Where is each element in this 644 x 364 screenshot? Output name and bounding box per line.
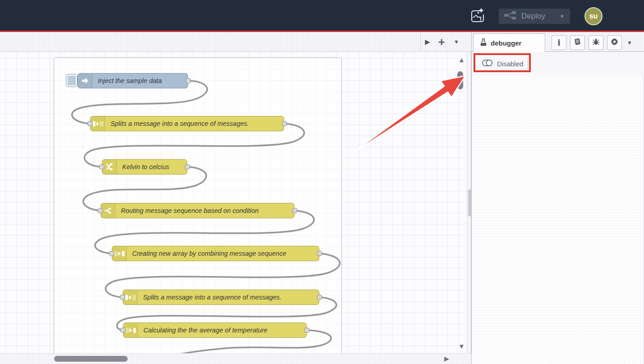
inject-icon bbox=[78, 74, 92, 88]
node-label: Splits a message into a sequence of mess… bbox=[138, 290, 286, 304]
flow-node-split[interactable]: Splits a message into a sequence of mess… bbox=[90, 116, 284, 131]
node-label: Splits a message into a sequence of mess… bbox=[105, 116, 253, 131]
bug-icon bbox=[592, 38, 600, 47]
change-icon bbox=[102, 160, 117, 174]
sidebar-chevron-down-icon[interactable]: ▼ bbox=[627, 40, 632, 46]
info-icon: i bbox=[557, 38, 561, 47]
deploy-button-label: Deploy bbox=[521, 12, 545, 21]
disabled-toggle-button[interactable]: Disabled bbox=[478, 56, 528, 71]
flow-wires bbox=[0, 52, 467, 353]
node-label: Inject the sample data bbox=[92, 74, 166, 88]
horizontal-scrollbar-thumb[interactable] bbox=[54, 356, 128, 362]
output-port[interactable] bbox=[292, 208, 297, 213]
input-port[interactable] bbox=[120, 295, 125, 300]
tabbar-separator bbox=[420, 32, 421, 52]
vertical-scrollbar-thumb[interactable] bbox=[468, 189, 471, 217]
ai-assist-icon[interactable] bbox=[469, 0, 487, 31]
help-button[interactable] bbox=[570, 35, 585, 50]
canvas-horizontal-scrollbar[interactable]: ▶ bbox=[0, 353, 471, 364]
info-button[interactable]: i bbox=[552, 35, 566, 50]
output-port[interactable] bbox=[186, 78, 191, 83]
disabled-toggle-label: Disabled bbox=[497, 60, 523, 68]
header-accent-line bbox=[0, 31, 644, 32]
settings-button[interactable] bbox=[607, 35, 622, 50]
input-port[interactable] bbox=[98, 208, 103, 213]
flow-node-split[interactable]: Splits a message into a sequence of mess… bbox=[123, 290, 319, 305]
join-icon bbox=[112, 246, 127, 261]
output-port[interactable] bbox=[185, 165, 190, 170]
flow-node-inject[interactable]: Inject the sample data bbox=[78, 73, 188, 88]
node-label: Kelvin to celcius bbox=[117, 160, 174, 174]
output-port[interactable] bbox=[317, 251, 322, 256]
node-label: Routing message sequence based on condit… bbox=[115, 203, 263, 218]
tab-scroll-right-icon[interactable]: ▶ bbox=[421, 32, 434, 52]
tab-debugger[interactable]: debugger bbox=[473, 33, 545, 52]
flow-node-join[interactable]: Calculating the the average of temperatu… bbox=[123, 323, 307, 338]
flow-node-join[interactable]: Creating new array by combining message … bbox=[112, 246, 319, 261]
node-label: Creating new array by combining message … bbox=[127, 246, 291, 261]
debugger-content-empty bbox=[472, 76, 644, 364]
inject-trigger-button[interactable] bbox=[66, 74, 78, 87]
flow-node-switch[interactable]: Routing message sequence based on condit… bbox=[101, 203, 294, 218]
scroll-up-icon[interactable]: ▲ bbox=[458, 56, 465, 63]
deploy-flow-icon bbox=[504, 11, 516, 21]
flow-node-change[interactable]: Kelvin to celcius bbox=[102, 159, 187, 175]
avatar-initials: su bbox=[589, 12, 598, 20]
add-flow-button[interactable]: + bbox=[434, 32, 449, 52]
canvas-scrollbar-thumb[interactable] bbox=[457, 71, 463, 89]
split-icon bbox=[123, 290, 138, 304]
debug-button[interactable] bbox=[589, 35, 603, 50]
toggle-icon bbox=[482, 59, 493, 69]
node-label: Calculating the the average of temperatu… bbox=[138, 323, 272, 337]
split-icon bbox=[91, 116, 105, 131]
tab-debugger-label: debugger bbox=[491, 39, 521, 47]
sidebar-tabbar: debugger i bbox=[472, 32, 644, 52]
main-menu-icon[interactable] bbox=[614, 10, 630, 23]
input-port[interactable] bbox=[109, 251, 114, 256]
join-icon bbox=[124, 323, 138, 337]
deploy-button[interactable]: Deploy ▼ bbox=[499, 9, 570, 24]
sidebar-panel: debugger i bbox=[471, 32, 644, 364]
canvas-vertical-scrollbar[interactable] bbox=[467, 52, 471, 353]
gear-icon bbox=[611, 38, 618, 47]
output-port[interactable] bbox=[317, 295, 322, 300]
flow-list-chevron-icon[interactable]: ▼ bbox=[450, 32, 463, 52]
scroll-right-icon[interactable]: ▶ bbox=[444, 355, 449, 362]
flow-canvas[interactable]: Inject the sample data Splits a message … bbox=[0, 52, 467, 353]
flask-icon bbox=[480, 38, 487, 48]
deploy-chevron-down-icon[interactable]: ▼ bbox=[560, 14, 565, 19]
user-avatar[interactable]: su bbox=[584, 7, 603, 25]
input-port[interactable] bbox=[120, 328, 125, 333]
output-port[interactable] bbox=[282, 121, 287, 126]
output-port[interactable] bbox=[304, 328, 309, 333]
input-port[interactable] bbox=[87, 121, 92, 126]
app-header: Deploy ▼ su bbox=[0, 0, 644, 31]
switch-icon bbox=[101, 203, 115, 218]
toolbar-separator bbox=[528, 57, 528, 69]
input-port[interactable] bbox=[99, 165, 104, 170]
workspace-tabbar: ▶ + ▼ bbox=[0, 32, 471, 52]
book-icon bbox=[574, 38, 581, 47]
scroll-down-icon[interactable]: ▼ bbox=[458, 343, 465, 350]
